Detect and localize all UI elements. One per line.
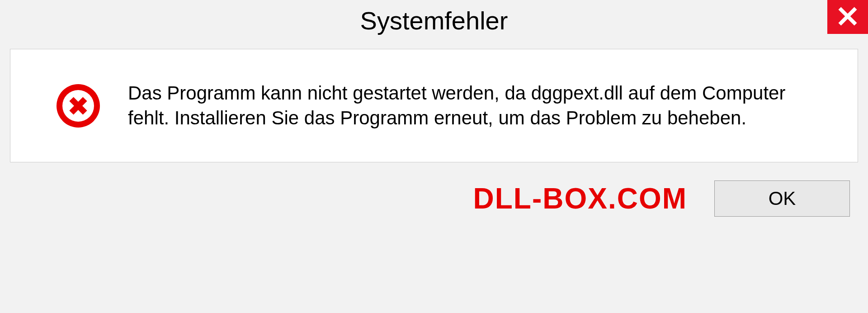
- dialog-title: Systemfehler: [360, 6, 508, 35]
- message-panel: Das Programm kann nicht gestartet werden…: [10, 49, 858, 162]
- ok-button[interactable]: OK: [714, 180, 850, 217]
- ok-button-label: OK: [769, 188, 796, 209]
- title-bar: Systemfehler: [0, 0, 868, 41]
- close-button[interactable]: [827, 0, 868, 34]
- watermark-text: DLL-BOX.COM: [473, 182, 688, 215]
- dialog-footer: DLL-BOX.COM OK: [0, 162, 868, 217]
- error-icon: [56, 83, 101, 128]
- close-icon: [838, 6, 858, 28]
- dialog-message: Das Programm kann nicht gestartet werden…: [128, 81, 830, 130]
